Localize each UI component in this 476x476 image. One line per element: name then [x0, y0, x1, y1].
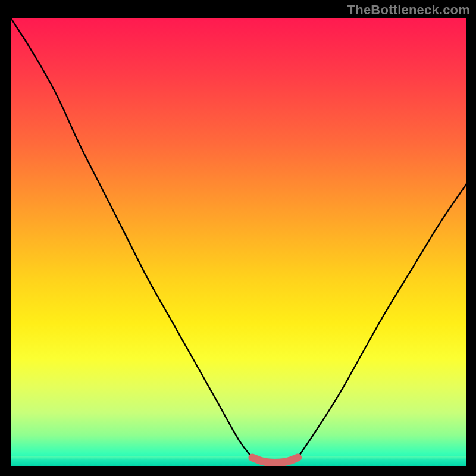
curve-right-branch — [298, 184, 466, 458]
curve-left-branch — [11, 18, 252, 458]
curve-layer — [11, 18, 466, 466]
plot-area — [11, 18, 466, 466]
watermark-text: TheBottleneck.com — [347, 2, 470, 18]
chart-frame: TheBottleneck.com — [0, 0, 476, 476]
curve-flat-valley — [252, 458, 298, 463]
